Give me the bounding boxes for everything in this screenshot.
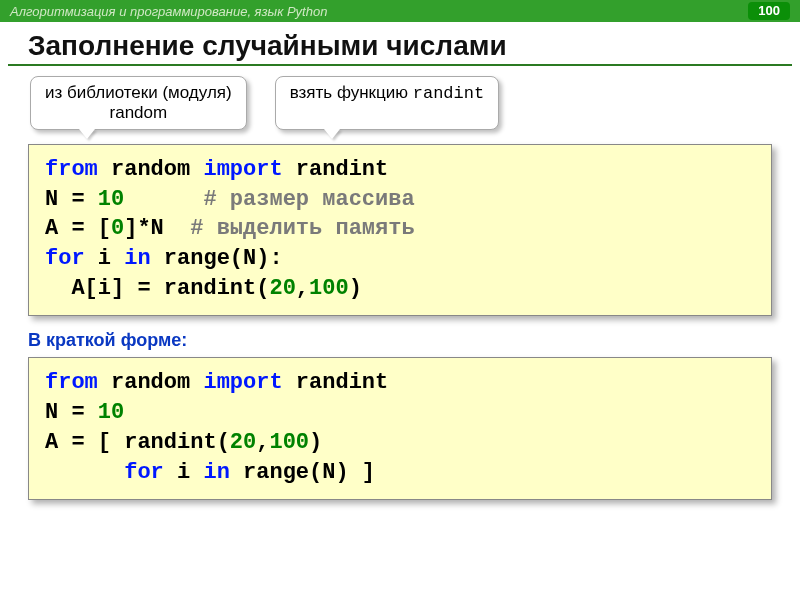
speech-tail-icon [324, 129, 340, 139]
code-text: N = [45, 187, 98, 212]
code-text: N = [45, 400, 98, 425]
code-text: ) [309, 430, 335, 455]
callout-function: взять функцию randint [275, 76, 499, 130]
code-keyword: for [45, 246, 85, 271]
code-text: A = [ [45, 216, 111, 241]
code-block-main: from random import randint N = 10 # разм… [28, 144, 772, 316]
code-comment: # размер массива [203, 187, 414, 212]
code-text: random [98, 157, 204, 182]
header-bar: Алгоритмизация и программирование, язык … [0, 0, 800, 22]
callout-function-name: randint [413, 84, 484, 103]
code-number: 100 [269, 430, 309, 455]
code-text: A[i] = randint( [45, 276, 269, 301]
page-number-badge: 100 [748, 2, 790, 20]
code-block-short: from random import randint N = 10 A = [ … [28, 357, 772, 500]
code-text: i [85, 246, 125, 271]
code-text: range(N) ] [230, 460, 375, 485]
code-text: ]*N [124, 216, 190, 241]
code-text: randint [283, 370, 389, 395]
course-title: Алгоритмизация и программирование, язык … [10, 4, 327, 19]
code-text: randint [283, 157, 389, 182]
code-keyword: from [45, 370, 98, 395]
code-number: 20 [269, 276, 295, 301]
code-text [124, 187, 203, 212]
code-keyword: import [203, 370, 282, 395]
code-text [45, 460, 124, 485]
code-number: 0 [111, 216, 124, 241]
code-number: 10 [98, 187, 124, 212]
code-keyword: for [124, 460, 164, 485]
code-keyword: in [124, 246, 150, 271]
code-keyword: from [45, 157, 98, 182]
code-keyword: in [203, 460, 229, 485]
callout-library: из библиотеки (модуля) random [30, 76, 247, 130]
callout-library-line2: random [45, 103, 232, 123]
code-number: 100 [309, 276, 349, 301]
page-title: Заполнение случайными числами [8, 22, 792, 66]
code-text: range(N): [151, 246, 283, 271]
code-text: A = [ randint( [45, 430, 230, 455]
speech-tail-icon [79, 129, 95, 139]
code-text: , [256, 430, 269, 455]
code-text: , [296, 276, 309, 301]
code-comment: # выделить память [190, 216, 414, 241]
code-text: ) [349, 276, 362, 301]
code-text: i [164, 460, 204, 485]
code-number: 10 [98, 400, 124, 425]
code-text: random [98, 370, 204, 395]
callout-function-prefix: взять функцию [290, 83, 413, 102]
callout-row: из библиотеки (модуля) random взять функ… [0, 76, 800, 140]
code-number: 20 [230, 430, 256, 455]
subheading-short-form: В краткой форме: [0, 328, 800, 353]
code-keyword: import [203, 157, 282, 182]
callout-library-line1: из библиотеки (модуля) [45, 83, 232, 103]
